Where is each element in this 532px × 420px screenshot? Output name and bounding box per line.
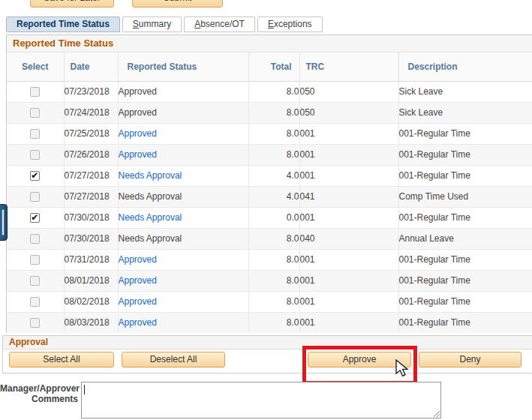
table-header-row: Select Date Reported Status Total TRC De…	[7, 52, 532, 81]
row-select-checkbox[interactable]	[30, 171, 40, 181]
reported-time-table: Select Date Reported Status Total TRC De…	[7, 52, 532, 333]
manager-approver-comments-input[interactable]	[81, 382, 441, 418]
row-select-checkbox[interactable]	[30, 192, 40, 202]
column-header-reported-status: Reported Status	[118, 52, 248, 81]
row-total: 8.0	[248, 102, 299, 123]
row-trc: 001	[299, 123, 398, 144]
save-for-later-button[interactable]: Save for Later	[30, 0, 114, 8]
mouse-cursor-icon	[395, 359, 412, 377]
table-row: 07/23/2018 Approved 8.0 050 Sick Leave	[7, 81, 532, 102]
row-select-checkbox[interactable]	[30, 276, 40, 286]
row-select-checkbox[interactable]	[30, 213, 40, 223]
row-date: 07/30/2018	[64, 207, 118, 228]
row-total: 8.0	[248, 228, 299, 249]
table-row: 07/25/2018 Approved 8.0 001 001-Regular …	[7, 123, 532, 144]
row-reported-status[interactable]: Approved	[119, 254, 157, 265]
row-total: 8.0	[248, 312, 299, 333]
row-trc: 050	[299, 102, 398, 123]
row-trc: 001	[299, 165, 398, 186]
row-total: 8.0	[248, 291, 299, 312]
row-date: 07/24/2018	[64, 102, 118, 123]
row-reported-status[interactable]: Needs Approval	[119, 212, 182, 223]
deny-button[interactable]: Deny	[419, 352, 521, 368]
row-description: 001-Regular Time	[398, 144, 532, 165]
row-select-checkbox[interactable]	[30, 129, 40, 139]
row-trc: 001	[299, 270, 398, 291]
row-date: 08/02/2018	[64, 291, 118, 312]
row-trc: 001	[299, 312, 398, 333]
row-select-checkbox[interactable]	[30, 255, 40, 265]
row-description: 001-Regular Time	[398, 123, 532, 144]
column-header-trc: TRC	[299, 52, 398, 81]
row-date: 07/31/2018	[64, 249, 118, 270]
row-date: 07/25/2018	[64, 123, 118, 144]
row-select-checkbox[interactable]	[30, 297, 40, 307]
table-row: 07/30/2018 Needs Approval 0.0 001 001-Re…	[7, 207, 532, 228]
row-select-checkbox[interactable]	[30, 150, 40, 160]
row-description: 001-Regular Time	[398, 249, 532, 270]
time-approval-page: Save for Later Submit Reported Time Stat…	[0, 0, 532, 420]
textarea-resize-handle[interactable]	[432, 410, 440, 418]
row-reported-status[interactable]: Approved	[119, 317, 157, 328]
deselect-all-button[interactable]: Deselect All	[122, 352, 225, 368]
row-trc: 001	[299, 144, 398, 165]
row-trc: 040	[299, 228, 398, 249]
row-date: 07/27/2018	[64, 186, 118, 207]
row-description: Sick Leave	[398, 102, 532, 123]
tab-summary[interactable]: Summary	[122, 16, 182, 32]
select-all-button[interactable]: Select All	[9, 352, 114, 368]
column-header-total: Total	[248, 52, 299, 81]
row-reported-status[interactable]: Approved	[119, 128, 157, 139]
submit-button[interactable]: Submit	[132, 0, 223, 8]
row-description: Annual Leave	[398, 228, 532, 249]
tab-absence-ot[interactable]: Absence/OT	[184, 16, 255, 32]
row-description: 001-Regular Time	[398, 207, 532, 228]
row-total: 0.0	[248, 207, 299, 228]
column-header-description: Description	[398, 52, 532, 81]
row-date: 07/26/2018	[64, 144, 118, 165]
table-row: 08/02/2018 Approved 8.0 001 001-Regular …	[7, 291, 532, 312]
row-total: 8.0	[248, 249, 299, 270]
tab-bar: Reported Time Status Summary Absence/OT …	[6, 16, 323, 32]
row-date: 07/23/2018	[64, 81, 118, 102]
table-row: 07/31/2018 Approved 8.0 001 001-Regular …	[7, 249, 532, 270]
table-row: 07/27/2018 Needs Approval 4.0 041 Comp T…	[7, 186, 532, 207]
row-reported-status[interactable]: Approved	[119, 149, 157, 160]
row-date: 07/30/2018	[64, 228, 118, 249]
row-total: 4.0	[248, 186, 299, 207]
tab-reported-time-status[interactable]: Reported Time Status	[6, 16, 120, 32]
table-row: 07/27/2018 Needs Approval 4.0 001 001-Re…	[7, 165, 532, 186]
row-description: 001-Regular Time	[398, 312, 532, 333]
row-trc: 041	[299, 186, 398, 207]
time-grid-body: 07/23/2018 Approved 8.0 050 Sick Leave 0…	[7, 81, 532, 333]
row-reported-status[interactable]: Approved	[119, 296, 157, 307]
column-header-date: Date	[64, 52, 118, 81]
row-description: 001-Regular Time	[398, 165, 532, 186]
row-total: 8.0	[248, 81, 299, 102]
text-caret	[84, 385, 85, 394]
row-reported-status: Needs Approval	[119, 233, 182, 244]
row-trc: 001	[299, 249, 398, 270]
row-select-checkbox[interactable]	[30, 108, 40, 118]
row-trc: 001	[299, 291, 398, 312]
row-trc: 050	[299, 81, 398, 102]
row-select-checkbox[interactable]	[30, 318, 40, 328]
table-row: 07/26/2018 Approved 8.0 001 001-Regular …	[7, 144, 532, 165]
table-row: 08/03/2018 Approved 8.0 001 001-Regular …	[7, 312, 532, 333]
row-select-checkbox[interactable]	[30, 234, 40, 244]
row-total: 4.0	[248, 165, 299, 186]
row-date: 08/03/2018	[64, 312, 118, 333]
row-reported-status[interactable]: Approved	[119, 275, 157, 286]
row-description: Comp Time Used	[398, 186, 532, 207]
side-panel-handle[interactable]	[0, 204, 8, 241]
row-total: 8.0	[248, 123, 299, 144]
row-trc: 001	[299, 207, 398, 228]
row-reported-status[interactable]: Needs Approval	[119, 170, 182, 181]
table-row: 08/01/2018 Approved 8.0 001 001-Regular …	[7, 270, 532, 291]
row-select-checkbox[interactable]	[30, 87, 40, 97]
column-header-select: Select	[7, 52, 64, 81]
group-title: Reported Time Status	[7, 35, 532, 52]
row-total: 8.0	[248, 270, 299, 291]
tab-exceptions[interactable]: Exceptions	[257, 16, 323, 32]
row-date: 07/27/2018	[64, 165, 118, 186]
